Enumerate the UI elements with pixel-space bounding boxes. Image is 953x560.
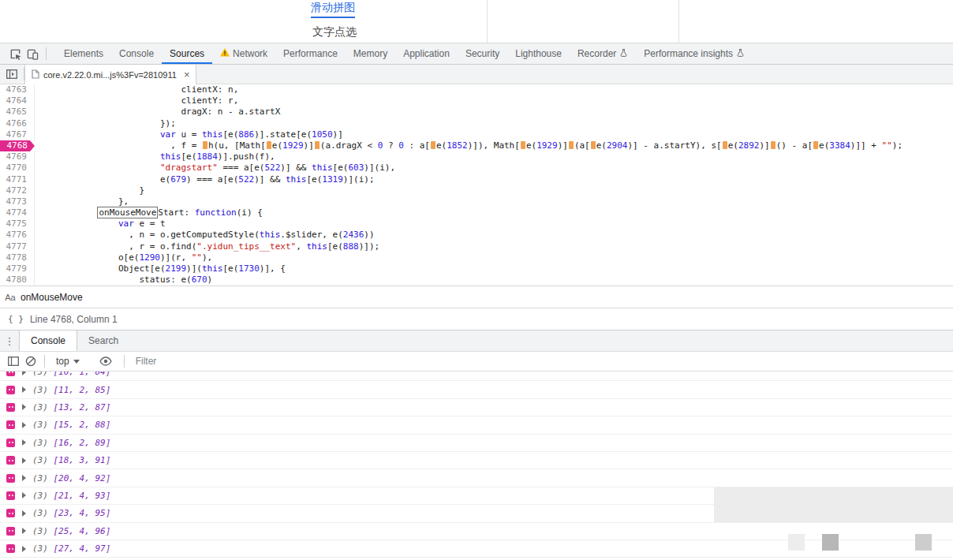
tab-text-select[interactable]: 文字点选 xyxy=(312,25,357,39)
find-input[interactable] xyxy=(21,292,273,303)
tab-performance-insights[interactable]: Performance insights xyxy=(636,43,753,64)
expand-arrow-icon[interactable] xyxy=(22,371,26,375)
file-icon xyxy=(32,68,39,82)
expand-arrow-icon[interactable] xyxy=(22,546,26,552)
expand-arrow-icon[interactable] xyxy=(22,439,26,446)
inline-breakpoint-marker[interactable] xyxy=(267,141,271,149)
console-filter-input[interactable] xyxy=(136,356,953,367)
code-token: h(u, [Math[ xyxy=(208,140,266,151)
code-token: : a[ xyxy=(404,140,430,151)
inline-breakpoint-marker[interactable] xyxy=(521,141,525,149)
code-text: "dragstart" === a[e(522)] && this[e(603)… xyxy=(35,162,395,174)
code-text: } xyxy=(35,185,144,196)
line-number[interactable]: 4763 xyxy=(0,84,35,95)
console-sidebar-icon[interactable] xyxy=(5,353,22,370)
line-number[interactable]: 4776 xyxy=(0,230,35,241)
tab-recorder[interactable]: Recorder xyxy=(570,43,636,64)
code-token: e( xyxy=(436,140,447,151)
match-case-icon[interactable] xyxy=(0,293,21,302)
file-tab[interactable]: core.v2.22.0.mi...js%3Fv=2810911 × xyxy=(24,65,196,84)
line-number[interactable]: 4777 xyxy=(0,241,35,252)
expand-arrow-icon[interactable] xyxy=(22,422,26,428)
context-label: top xyxy=(56,356,69,367)
context-selector[interactable]: top xyxy=(50,356,86,367)
source-editor[interactable]: 4763clientX: n,4764clientY: r,4765dragX:… xyxy=(0,84,953,286)
expand-arrow-icon[interactable] xyxy=(22,475,26,481)
array-length: (3) xyxy=(32,455,48,465)
line-number[interactable]: 4778 xyxy=(0,252,35,263)
logpoint-line-number[interactable]: 4768 xyxy=(0,140,35,151)
code-token: clientX: n, xyxy=(181,84,238,95)
expand-arrow-icon[interactable] xyxy=(22,528,26,534)
code-token: var xyxy=(160,129,176,140)
tab-elements[interactable]: Elements xyxy=(56,43,111,64)
code-token: e( xyxy=(728,140,738,151)
search-match-highlight: onMouseMove xyxy=(97,207,158,218)
logpoint-icon xyxy=(6,456,15,465)
inline-breakpoint-marker[interactable] xyxy=(591,141,596,149)
expand-arrow-icon[interactable] xyxy=(22,457,26,464)
inline-breakpoint-marker[interactable] xyxy=(569,141,574,149)
device-toolbar-icon[interactable] xyxy=(24,45,41,62)
code-token: 679 xyxy=(170,174,186,185)
eye-icon[interactable] xyxy=(97,353,114,370)
tab-memory[interactable]: Memory xyxy=(346,43,395,64)
line-number[interactable]: 4772 xyxy=(0,185,35,196)
tab-application[interactable]: Application xyxy=(395,43,458,64)
inline-breakpoint-marker[interactable] xyxy=(315,141,320,149)
code-token: e( xyxy=(596,140,607,151)
code-lines: 4763clientX: n,4764clientY: r,4765dragX:… xyxy=(0,84,953,286)
array-preview: [21, 4, 93] xyxy=(48,491,110,501)
expand-arrow-icon[interactable] xyxy=(22,510,26,517)
tab-console[interactable]: Console xyxy=(111,43,162,64)
close-icon[interactable]: × xyxy=(184,69,190,80)
artifact-box xyxy=(714,487,953,522)
code-line: 4768, f = h(u, [Math[e(1929)](a.dragX < … xyxy=(0,140,953,151)
drawer-tabs: ConsoleSearch xyxy=(19,330,129,351)
line-number[interactable]: 4764 xyxy=(0,95,35,106)
line-number[interactable]: 4770 xyxy=(0,162,35,174)
line-number[interactable]: 4767 xyxy=(0,129,35,140)
code-line: 4777, r = o.find(".yidun_tips__text", th… xyxy=(0,241,953,252)
code-token: [e( xyxy=(333,162,349,173)
line-number[interactable]: 4775 xyxy=(0,218,35,230)
code-text: e(679) === a[e(522)] && this[e(1319)](i)… xyxy=(35,174,375,185)
line-number[interactable]: 4780 xyxy=(0,274,35,286)
code-token: )] && xyxy=(254,174,286,185)
tab-slide-puzzle[interactable]: 滑动拼图 xyxy=(311,1,355,18)
code-token: , f = xyxy=(170,140,202,151)
code-token: )]( xyxy=(186,263,202,274)
line-number[interactable]: 4773 xyxy=(0,196,35,207)
tab-security[interactable]: Security xyxy=(458,43,507,64)
devtools-toolbar: ElementsConsoleSourcesNetworkPerformance… xyxy=(0,43,953,65)
code-token: )], { xyxy=(260,263,286,274)
code-text: clientY: r, xyxy=(35,95,238,106)
line-number[interactable]: 4765 xyxy=(0,106,35,118)
line-number[interactable]: 4779 xyxy=(0,263,35,274)
inspect-icon[interactable] xyxy=(6,45,24,62)
inline-breakpoint-marker[interactable] xyxy=(813,141,818,149)
line-number[interactable]: 4766 xyxy=(0,118,35,129)
inline-breakpoint-marker[interactable] xyxy=(203,141,207,149)
line-number[interactable]: 4771 xyxy=(0,174,35,185)
inline-breakpoint-marker[interactable] xyxy=(771,141,775,149)
expand-arrow-icon[interactable] xyxy=(22,492,26,498)
inline-breakpoint-marker[interactable] xyxy=(431,141,435,149)
pretty-print-icon[interactable] xyxy=(8,314,24,324)
kebab-menu-icon[interactable] xyxy=(0,330,19,351)
tab-lighthouse[interactable]: Lighthouse xyxy=(507,43,570,64)
line-number[interactable]: 4774 xyxy=(0,207,35,218)
expand-arrow-icon[interactable] xyxy=(22,386,26,393)
expand-arrow-icon[interactable] xyxy=(22,404,26,410)
code-token: (a.dragX < xyxy=(320,140,378,151)
line-number[interactable]: 4769 xyxy=(0,151,35,162)
tab-sources[interactable]: Sources xyxy=(162,43,212,64)
drawer-tab-console[interactable]: Console xyxy=(19,330,77,351)
navigator-toggle-icon[interactable] xyxy=(0,65,24,84)
tab-label: Recorder xyxy=(577,48,616,59)
inline-breakpoint-marker[interactable] xyxy=(723,141,727,149)
tab-network[interactable]: Network xyxy=(212,43,275,64)
clear-console-icon[interactable] xyxy=(22,353,39,370)
drawer-tab-search[interactable]: Search xyxy=(77,330,129,351)
tab-performance[interactable]: Performance xyxy=(275,43,346,64)
